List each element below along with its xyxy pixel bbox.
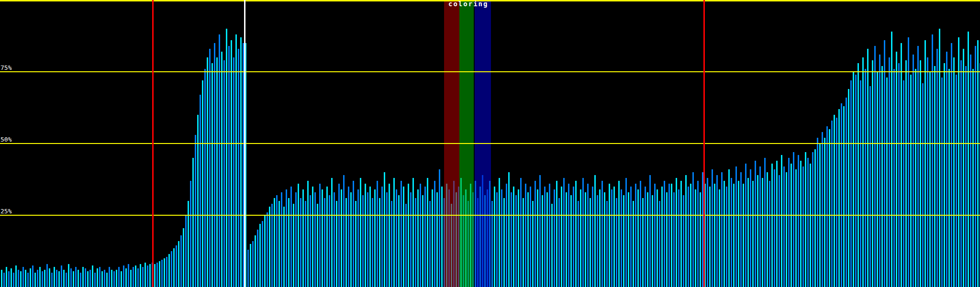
y-axis-tick-25: 25% xyxy=(0,208,11,215)
coloring-label: coloring xyxy=(448,0,488,8)
labels-layer: 75% 50% 25% coloring xyxy=(0,0,980,287)
usage-histogram-chart: 75% 50% 25% coloring xyxy=(0,0,980,287)
y-axis-tick-75: 75% xyxy=(0,65,11,71)
y-axis-tick-50: 50% xyxy=(0,136,11,143)
